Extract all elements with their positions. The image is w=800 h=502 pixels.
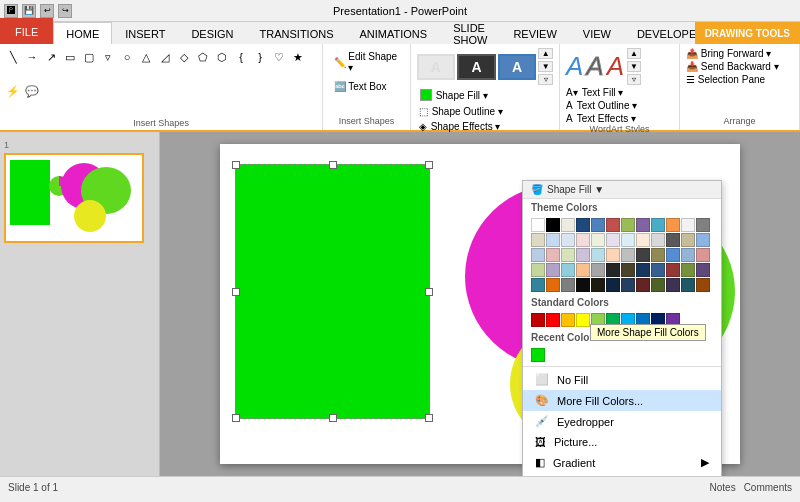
more-shapes[interactable]: ▿	[99, 48, 117, 66]
slide-thumbnail[interactable]	[4, 153, 144, 243]
color-swatch[interactable]	[636, 278, 650, 292]
triangle-tool[interactable]: △	[137, 48, 155, 66]
shape-styles-up[interactable]: ▲	[538, 48, 553, 59]
color-swatch[interactable]	[546, 278, 560, 292]
color-swatch[interactable]	[621, 263, 635, 277]
color-swatch[interactable]	[576, 218, 590, 232]
color-swatch[interactable]	[636, 263, 650, 277]
send-backward-btn[interactable]: 📥 Send Backward ▾	[686, 61, 793, 72]
tab-slide-show[interactable]: SLIDE SHOW	[440, 22, 500, 44]
color-swatch[interactable]	[546, 248, 560, 262]
color-swatch[interactable]	[681, 233, 695, 247]
tab-insert[interactable]: INSERT	[112, 22, 178, 44]
color-swatch[interactable]	[561, 313, 575, 327]
more-fill-colors-item[interactable]: 🎨 More Fill Colors...	[523, 390, 721, 411]
arrow-tool[interactable]: →	[23, 48, 41, 66]
heart-tool[interactable]: ♡	[270, 48, 288, 66]
color-swatch[interactable]	[696, 218, 710, 232]
color-swatch[interactable]	[681, 278, 695, 292]
tab-file[interactable]: FILE	[0, 18, 53, 44]
selection-pane-btn[interactable]: ☰ Selection Pane	[686, 74, 793, 85]
color-swatch[interactable]	[546, 263, 560, 277]
color-swatch[interactable]	[576, 233, 590, 247]
no-fill-item[interactable]: ⬜ No Fill	[523, 369, 721, 390]
shape-style-btn-3[interactable]: A	[498, 54, 537, 80]
handle-tr[interactable]	[425, 161, 433, 169]
wordart-more[interactable]: ▿	[627, 74, 641, 85]
handle-bl[interactable]	[232, 414, 240, 422]
text-box-btn[interactable]: 🔤 Text Box	[329, 78, 403, 95]
texture-item[interactable]: ▦ Texture ▶	[523, 473, 721, 476]
color-swatch[interactable]	[606, 278, 620, 292]
shape-style-btn-2[interactable]: A	[457, 54, 496, 80]
color-swatch[interactable]	[591, 263, 605, 277]
color-swatch[interactable]	[666, 248, 680, 262]
color-swatch[interactable]	[696, 248, 710, 262]
connector-tool[interactable]: ↗	[42, 48, 60, 66]
tab-home[interactable]: HOME	[53, 22, 112, 44]
tab-transitions[interactable]: TRANSITIONS	[247, 22, 347, 44]
color-swatch[interactable]	[531, 248, 545, 262]
color-swatch[interactable]	[696, 278, 710, 292]
bring-forward-btn[interactable]: 📤 Bring Forward ▾	[686, 48, 793, 59]
wordart-a1[interactable]: A	[566, 51, 583, 82]
color-swatch[interactable]	[696, 233, 710, 247]
tab-animations[interactable]: ANIMATIONS	[347, 22, 441, 44]
color-swatch[interactable]	[651, 218, 665, 232]
color-swatch[interactable]	[546, 218, 560, 232]
picture-item[interactable]: 🖼 Picture...	[523, 432, 721, 452]
color-swatch[interactable]	[576, 313, 590, 327]
pentagon-tool[interactable]: ⬠	[194, 48, 212, 66]
save-icon[interactable]: 💾	[22, 4, 36, 18]
diamond-tool[interactable]: ◇	[175, 48, 193, 66]
rounded-rect-tool[interactable]: ▢	[80, 48, 98, 66]
tab-design[interactable]: DESIGN	[178, 22, 246, 44]
star-tool[interactable]: ★	[289, 48, 307, 66]
color-swatch[interactable]	[591, 278, 605, 292]
color-swatch[interactable]	[681, 218, 695, 232]
edit-shape-btn[interactable]: ✏️ Edit Shape ▾	[329, 48, 403, 76]
shape-style-btn-1[interactable]: A	[417, 54, 456, 80]
handle-ml[interactable]	[232, 288, 240, 296]
color-swatch[interactable]	[666, 218, 680, 232]
text-outline-btn[interactable]: AText Outline ▾	[566, 100, 673, 111]
color-swatch[interactable]	[681, 248, 695, 262]
text-effects-btn[interactable]: AText Effects ▾	[566, 113, 673, 124]
shape-styles-more[interactable]: ▿	[538, 74, 553, 85]
color-swatch[interactable]	[651, 248, 665, 262]
color-swatch[interactable]	[666, 278, 680, 292]
hexagon-tool[interactable]: ⬡	[213, 48, 231, 66]
redo-icon[interactable]: ↪	[58, 4, 72, 18]
handle-tm[interactable]	[329, 161, 337, 169]
handle-br[interactable]	[425, 414, 433, 422]
color-swatch[interactable]	[681, 263, 695, 277]
color-swatch[interactable]	[576, 278, 590, 292]
wordart-a2[interactable]: A	[586, 51, 603, 82]
undo-icon[interactable]: ↩	[40, 4, 54, 18]
color-swatch[interactable]	[531, 278, 545, 292]
comments-btn[interactable]: Comments	[744, 482, 792, 493]
color-swatch[interactable]	[561, 248, 575, 262]
eyedropper-item[interactable]: 💉 Eyedropper	[523, 411, 721, 432]
color-swatch[interactable]	[651, 278, 665, 292]
color-swatch[interactable]	[591, 218, 605, 232]
shape-fill-btn[interactable]: Shape Fill ▾	[417, 87, 553, 103]
brace-left[interactable]: {	[232, 48, 250, 66]
notes-btn[interactable]: Notes	[710, 482, 736, 493]
color-swatch[interactable]	[546, 233, 560, 247]
lightning-tool[interactable]: ⚡	[4, 83, 22, 101]
color-swatch[interactable]	[576, 248, 590, 262]
line-tool[interactable]: ╲	[4, 48, 22, 66]
wordart-a3[interactable]: A	[607, 51, 624, 82]
wordart-up[interactable]: ▲	[627, 48, 641, 59]
green-rectangle[interactable]	[235, 164, 430, 419]
color-swatch[interactable]	[561, 233, 575, 247]
color-swatch[interactable]	[591, 248, 605, 262]
color-swatch[interactable]	[621, 278, 635, 292]
color-swatch[interactable]	[621, 218, 635, 232]
handle-bm[interactable]	[329, 414, 337, 422]
color-swatch[interactable]	[666, 263, 680, 277]
color-swatch[interactable]	[561, 278, 575, 292]
color-swatch[interactable]	[531, 233, 545, 247]
wordart-down[interactable]: ▼	[627, 61, 641, 72]
